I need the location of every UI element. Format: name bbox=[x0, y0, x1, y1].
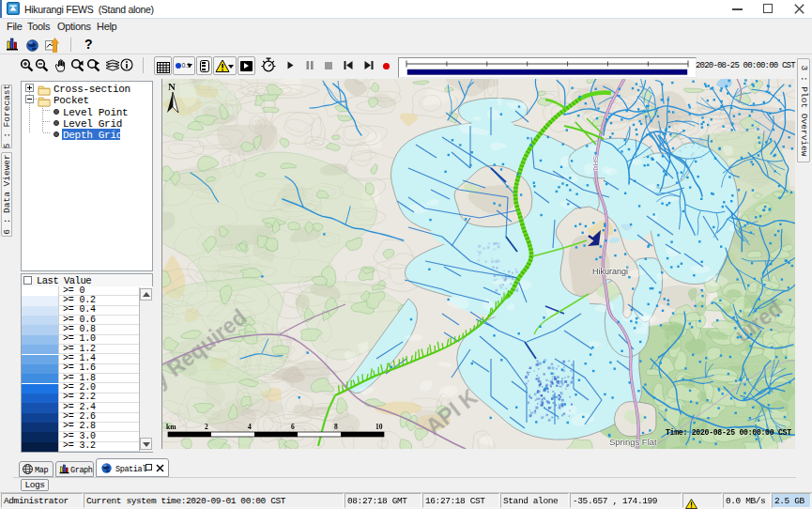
svg-text:Hikurangi: Hikurangi bbox=[592, 267, 628, 276]
svg-text:Springs Flat: Springs Flat bbox=[609, 437, 657, 447]
svg-text:4: 4 bbox=[248, 423, 252, 431]
svg-text:8: 8 bbox=[334, 423, 338, 431]
svg-text:6: 6 bbox=[291, 423, 295, 431]
svg-text:km: km bbox=[166, 423, 176, 431]
svg-text:SH 1: SH 1 bbox=[591, 156, 600, 172]
svg-text:Time: 2020-08-25 00:00:00 CST: Time: 2020-08-25 00:00:00 CST bbox=[666, 428, 791, 437]
svg-text:10: 10 bbox=[375, 423, 383, 431]
svg-text:N: N bbox=[168, 81, 176, 92]
svg-text:2: 2 bbox=[205, 423, 208, 431]
